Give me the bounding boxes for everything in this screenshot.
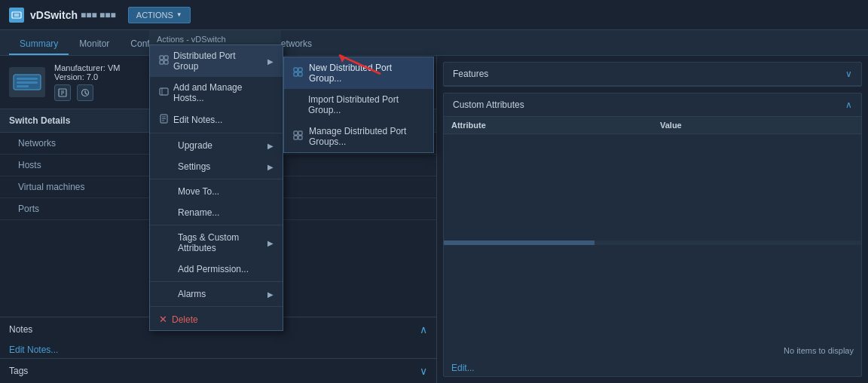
settings-label: Settings bbox=[178, 161, 263, 172]
menu-item-alarms[interactable]: Alarms ▶ bbox=[150, 283, 283, 305]
menu-item-tags-custom[interactable]: Tags & Custom Attributes ▶ bbox=[150, 227, 283, 259]
dpg-label: Distributed Port Group bbox=[173, 51, 263, 72]
alarms-label: Alarms bbox=[178, 289, 263, 299]
amh-label: Add and Manage Hosts... bbox=[173, 82, 274, 103]
new-dpg-icon bbox=[293, 67, 303, 79]
rename-label: Rename... bbox=[178, 207, 274, 218]
menu-item-settings[interactable]: Settings ▶ bbox=[150, 156, 283, 177]
import-dpg-label: Import Distributed Port Group... bbox=[308, 94, 424, 115]
menu-item-upgrade[interactable]: Upgrade ▶ bbox=[150, 135, 283, 156]
submenu-item-new-dpg[interactable]: New Distributed Port Group... bbox=[284, 57, 433, 89]
submenu-item-import-dpg[interactable]: Import Distributed Port Group... bbox=[284, 89, 433, 121]
menu-item-add-manage-hosts[interactable]: Add and Manage Hosts... bbox=[150, 77, 283, 109]
svg-rect-26 bbox=[294, 72, 298, 76]
menu-item-add-permission[interactable]: Add Permission... bbox=[150, 259, 283, 280]
submenu-item-manage-dpgs[interactable]: Manage Distributed Port Groups... bbox=[284, 121, 433, 152]
svg-rect-17 bbox=[164, 60, 168, 64]
alarms-arrow: ▶ bbox=[267, 290, 274, 299]
upgrade-arrow: ▶ bbox=[267, 142, 274, 150]
tags-arrow: ▶ bbox=[267, 239, 274, 247]
settings-arrow: ▶ bbox=[267, 163, 274, 171]
delete-icon: ✕ bbox=[159, 314, 167, 325]
upgrade-label: Upgrade bbox=[178, 140, 263, 151]
actions-dropdown-menu: Distributed Port Group ▶ Add and Manage … bbox=[149, 44, 283, 331]
moveto-label: Move To... bbox=[178, 186, 274, 197]
menu-item-edit-notes[interactable]: Edit Notes... bbox=[150, 109, 283, 131]
menu-item-distributed-port-group[interactable]: Distributed Port Group ▶ bbox=[150, 45, 283, 77]
svg-rect-25 bbox=[298, 68, 302, 72]
svg-rect-29 bbox=[298, 131, 302, 135]
svg-rect-16 bbox=[160, 60, 164, 64]
tags-label: Tags & Custom Attributes bbox=[178, 232, 263, 253]
svg-rect-28 bbox=[294, 131, 298, 135]
dpg-arrow: ▶ bbox=[267, 57, 274, 66]
svg-rect-31 bbox=[298, 136, 302, 139]
svg-rect-24 bbox=[294, 68, 298, 72]
manage-dpg-label: Manage Distributed Port Groups... bbox=[309, 126, 424, 147]
manage-dpg-icon bbox=[293, 130, 303, 142]
new-dpg-label: New Distributed Port Group... bbox=[309, 63, 424, 84]
svg-rect-14 bbox=[160, 56, 164, 60]
sep-2 bbox=[150, 179, 283, 179]
svg-rect-27 bbox=[298, 72, 302, 76]
sep-5 bbox=[150, 306, 283, 307]
dropdown-overlay: Actions - vDSwitch Distributed Port Grou… bbox=[0, 0, 868, 383]
delete-label: Delete bbox=[172, 314, 274, 325]
actions-context-text: Actions - vDSwitch bbox=[157, 35, 226, 44]
amh-icon bbox=[159, 87, 169, 99]
en-label: Edit Notes... bbox=[173, 115, 274, 125]
sep-1 bbox=[150, 133, 283, 133]
svg-rect-30 bbox=[294, 136, 298, 139]
menu-item-delete[interactable]: ✕ Delete bbox=[150, 308, 283, 330]
svg-rect-18 bbox=[160, 88, 168, 95]
sep-4 bbox=[150, 281, 283, 282]
en-icon bbox=[159, 114, 169, 126]
menu-item-move-to[interactable]: Move To... bbox=[150, 181, 283, 202]
sep-3 bbox=[150, 225, 283, 225]
svg-rect-15 bbox=[164, 56, 168, 60]
dpg-icon bbox=[159, 55, 169, 67]
distributed-port-group-submenu: New Distributed Port Group... Import Dis… bbox=[283, 57, 434, 153]
menu-item-rename[interactable]: Rename... bbox=[150, 202, 283, 223]
addperm-label: Add Permission... bbox=[178, 264, 274, 274]
